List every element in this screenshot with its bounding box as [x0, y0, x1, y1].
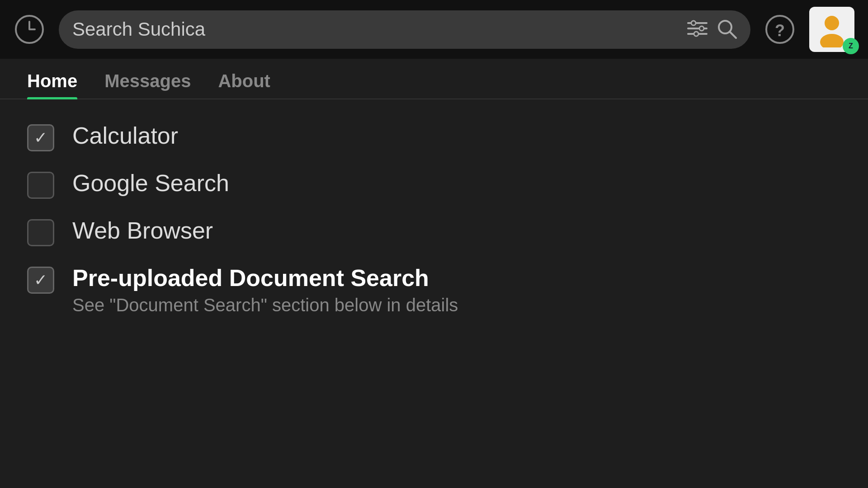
- checkmark-icon: ✓: [34, 272, 47, 288]
- document-search-checkbox[interactable]: ✓: [27, 267, 54, 294]
- sleep-badge: Z: [843, 38, 859, 54]
- filter-icon[interactable]: [687, 19, 708, 39]
- tab-home[interactable]: Home: [27, 71, 77, 99]
- svg-text:?: ?: [775, 21, 785, 40]
- document-search-label: Pre-uploaded Document Search: [72, 264, 458, 291]
- search-submit-icon[interactable]: [717, 19, 737, 41]
- history-icon[interactable]: [14, 14, 45, 45]
- web-browser-text: Web Browser: [72, 217, 213, 244]
- content-area: ✓ Calculator Google Search Web Browser ✓…: [0, 99, 868, 338]
- tabs-bar: Home Messages About: [0, 59, 868, 99]
- document-search-subtitle: See "Document Search" section below in d…: [72, 295, 458, 315]
- checkmark-icon: ✓: [34, 130, 47, 146]
- web-browser-label: Web Browser: [72, 217, 213, 244]
- tab-about[interactable]: About: [218, 71, 270, 99]
- search-bar: [59, 10, 750, 49]
- svg-point-5: [699, 26, 704, 31]
- calculator-label: Calculator: [72, 122, 178, 149]
- svg-point-4: [691, 21, 696, 25]
- svg-point-6: [694, 32, 698, 36]
- google-search-checkbox[interactable]: [27, 172, 54, 199]
- web-browser-checkbox[interactable]: [27, 219, 54, 246]
- calculator-text: Calculator: [72, 122, 178, 149]
- calculator-checkbox[interactable]: ✓: [27, 124, 54, 151]
- svg-point-11: [825, 16, 839, 30]
- help-icon[interactable]: ?: [764, 14, 796, 45]
- avatar-container[interactable]: Z: [809, 7, 854, 52]
- google-search-label: Google Search: [72, 169, 229, 197]
- svg-point-12: [820, 34, 844, 47]
- list-item: Google Search: [27, 169, 841, 199]
- svg-line-8: [730, 32, 736, 38]
- header: ? Z: [0, 0, 868, 59]
- list-item: ✓ Pre-uploaded Document Search See "Docu…: [27, 264, 841, 315]
- tab-messages[interactable]: Messages: [104, 71, 191, 99]
- search-input[interactable]: [72, 19, 678, 40]
- list-item: Web Browser: [27, 217, 841, 246]
- google-search-text: Google Search: [72, 169, 229, 197]
- list-item: ✓ Calculator: [27, 122, 841, 151]
- document-search-text: Pre-uploaded Document Search See "Docume…: [72, 264, 458, 315]
